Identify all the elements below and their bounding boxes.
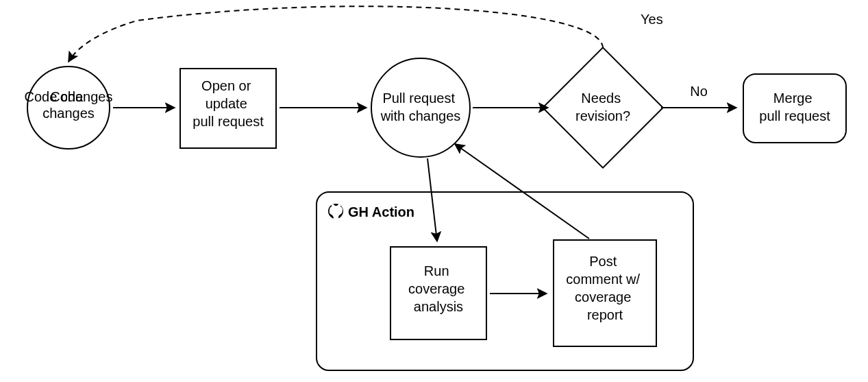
svg-rect-8 <box>543 47 662 167</box>
open-pr-l2: update <box>206 96 247 111</box>
node-code-changes: Code changes Code changes <box>25 67 113 149</box>
node-pr-with-changes: Pull request with changes <box>371 58 470 157</box>
post-l1: Post <box>589 254 617 269</box>
edge-pr-to-runcov <box>427 158 437 241</box>
svg-text:Post
        comment w/
      : Post comment w/ coverage report <box>566 254 643 322</box>
merge-l1: Merge <box>773 91 813 106</box>
run-cov-l1: Run <box>424 263 449 278</box>
needs-rev-l2: revision? <box>575 108 630 123</box>
edge-no-label: No <box>690 84 708 99</box>
node-open-update-pr: Open or update pull request <box>180 69 276 148</box>
post-l2: comment w/ <box>566 272 640 287</box>
svg-point-6 <box>371 58 470 157</box>
flowchart-canvas: Code changes Code changes Code changes O… <box>0 0 868 382</box>
subgraph-title: GH Action <box>348 204 414 219</box>
open-pr-l3: pull request <box>193 114 264 129</box>
merge-l2: pull request <box>759 108 830 123</box>
github-icon <box>328 204 343 219</box>
svg-text:Run
        coverage
        a: Run coverage analysis <box>408 263 469 314</box>
open-pr-l1: Open or <box>201 78 251 93</box>
svg-text:Pull request
      with change: Pull request with changes <box>380 91 461 123</box>
node-needs-revision: Needs revision? <box>543 47 662 167</box>
edge-yes-label: Yes <box>641 12 663 27</box>
post-l3: coverage <box>575 289 631 305</box>
needs-rev-l1: Needs <box>581 91 621 106</box>
svg-text:Merge
      pull request: Merge pull request <box>759 91 830 123</box>
node-merge-pr: Merge pull request <box>743 74 846 143</box>
pr-changes-l1: Pull request <box>382 91 455 106</box>
subgraph-gh-action: GH Action Run coverage analysis Post com… <box>317 192 693 370</box>
run-cov-l2: coverage <box>408 281 464 296</box>
svg-text:Needs
      revision?: Needs revision? <box>575 91 630 123</box>
node-run-coverage: Run coverage analysis <box>390 247 486 339</box>
svg-text:Code
      changes: Code changes <box>42 89 95 121</box>
node-post-comment: Post comment w/ coverage report <box>554 240 656 346</box>
post-l4: report <box>587 307 623 322</box>
run-cov-l3: analysis <box>414 299 463 314</box>
edge-decision-yes <box>69 6 603 62</box>
svg-text:Open or
      update
      pul: Open or update pull request <box>193 78 264 129</box>
pr-changes-l2: with changes <box>380 108 461 123</box>
